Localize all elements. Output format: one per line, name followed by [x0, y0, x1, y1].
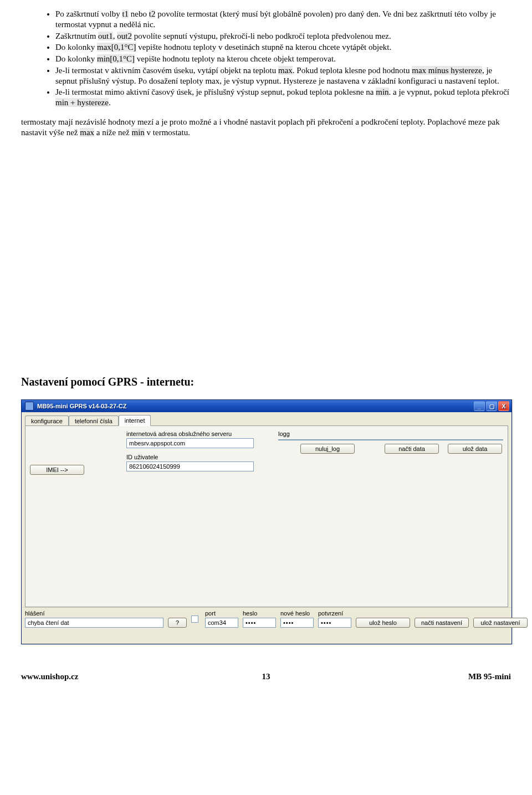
tab-pane-internet: IMEI --> internetová adresa obslužného s…	[25, 425, 508, 607]
list-item: Zaškrtnutím out1, out2 povolíte sepnutí …	[55, 31, 511, 42]
list-item: Do kolonky max[0,1°C] vepište hodnotu te…	[55, 42, 511, 53]
tab-telefonni-cisla[interactable]: telefonní čísla	[69, 416, 119, 427]
scroll-left-icon[interactable]: ◂	[279, 439, 288, 440]
nuluj-log-button[interactable]: nuluj_log	[300, 444, 355, 454]
list-item: Je-li termostat v aktivním časovém úseku…	[55, 65, 511, 86]
list-item: Po zaškrtnutí volby t1 nebo t2 povolíte …	[55, 9, 511, 30]
user-id-label: ID uživatele	[126, 454, 270, 460]
nove-heslo-input[interactable]	[280, 618, 314, 628]
user-id-input[interactable]: 862106024150999	[126, 461, 254, 471]
nove-heslo-label: nové heslo	[280, 610, 314, 617]
footer-left: www.unishop.cz	[21, 672, 185, 681]
page-body: Po zaškrtnutí volby t1 nebo t2 povolíte …	[0, 0, 532, 655]
nacti-data-button[interactable]: načti data	[385, 444, 439, 454]
tab-konfigurace[interactable]: konfigurace	[25, 416, 69, 427]
footer-right: MB 95-mini	[347, 672, 511, 681]
scroll-up-icon[interactable]: ▴	[494, 440, 503, 440]
server-address-label: internetová adresa obslužného serveru	[126, 430, 270, 437]
uloz-data-button[interactable]: ulož data	[448, 444, 502, 454]
section-heading: Nastavení pomocí GPRS - internetu:	[21, 376, 511, 388]
page-footer: www.unishop.cz 13 MB 95-mini	[0, 655, 532, 688]
checkbox[interactable]	[191, 616, 198, 623]
imei-button[interactable]: IMEI -->	[30, 465, 84, 475]
potvrzeni-label: potvrzení	[318, 610, 351, 617]
list-item: Do kolonky min[0,1°C] vepište hodnotu te…	[55, 54, 511, 64]
footer-page-number: 13	[185, 672, 348, 681]
heslo-label: heslo	[243, 610, 276, 617]
bullet-list: Po zaškrtnutí volby t1 nebo t2 povolíte …	[21, 9, 511, 108]
nacti-nastaveni-button[interactable]: načti nastavení	[415, 618, 469, 628]
bottom-strip: hlášení chyba čtení dat ? port com34 hes…	[22, 607, 511, 631]
uloz-heslo-button[interactable]: ulož heslo	[356, 618, 410, 628]
port-input[interactable]: com34	[205, 618, 238, 628]
minimize-button[interactable]: _	[474, 401, 485, 411]
log-textarea[interactable]: ▴ ▾ ◂ ▸	[278, 439, 503, 440]
window-buttons: _ ▢ X	[474, 401, 509, 411]
client-area: konfigurace telefonní čísla internet IME…	[22, 412, 511, 644]
window-title: MB95-mini GPRS v14-03-27-CZ	[37, 403, 126, 409]
tab-internet[interactable]: internet	[119, 415, 151, 426]
close-button[interactable]: X	[498, 401, 509, 411]
server-address-input[interactable]: mbesrv.appspot.com	[126, 438, 254, 448]
potvrzeni-input[interactable]	[318, 618, 351, 628]
maximize-button[interactable]: ▢	[486, 401, 497, 411]
app-icon	[25, 402, 34, 411]
scroll-right-icon[interactable]: ▸	[485, 439, 494, 440]
heslo-input[interactable]	[243, 618, 276, 628]
scrollbar-horizontal[interactable]: ◂ ▸	[279, 439, 494, 440]
logg-label: logg	[278, 430, 503, 437]
port-label: port	[205, 610, 238, 617]
scroll-corner	[493, 439, 503, 440]
hlaseni-label: hlášení	[25, 610, 163, 617]
help-button[interactable]: ?	[168, 618, 187, 628]
titlebar: MB95-mini GPRS v14-03-27-CZ _ ▢ X	[22, 400, 511, 412]
tab-strip: konfigurace telefonní čísla internet	[25, 415, 508, 426]
paragraph: termostaty mají nezávislé hodnoty mezí a…	[21, 117, 511, 138]
app-window: MB95-mini GPRS v14-03-27-CZ _ ▢ X konfig…	[21, 399, 512, 644]
uloz-nastaveni-button[interactable]: ulož nastavení	[473, 618, 528, 628]
hlaseni-input[interactable]: chyba čtení dat	[25, 618, 163, 628]
list-item: Je-li termostat mimo aktivní časový úsek…	[55, 87, 511, 108]
